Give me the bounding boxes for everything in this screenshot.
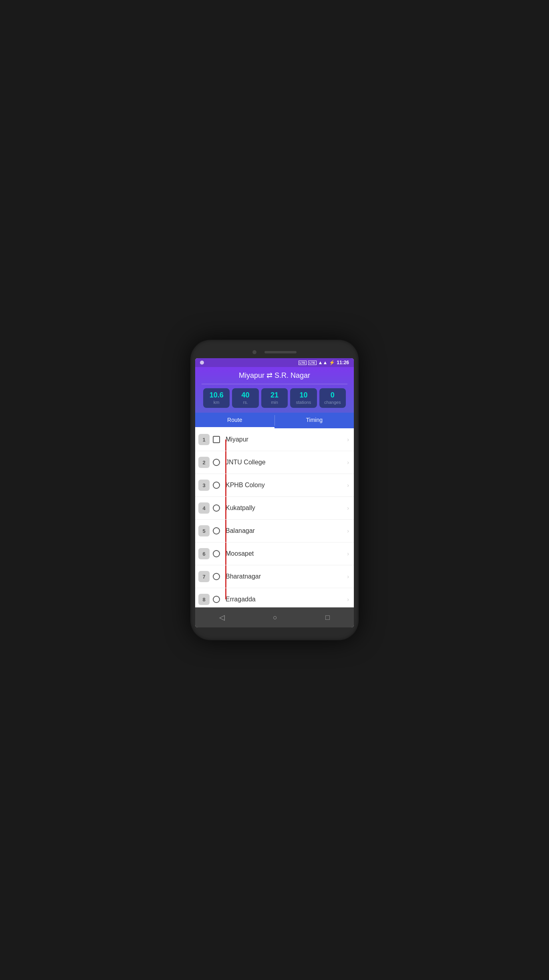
station-number: 2 [198,457,210,468]
recents-button[interactable]: □ [319,612,336,623]
chevron-right-icon: › [347,550,349,557]
station-dot-icon [213,459,220,466]
station-number: 1 [198,434,210,445]
tabs-row: Route Timing [195,413,354,428]
route-line-segment [225,497,226,519]
phone-top-bar [195,348,354,358]
home-button[interactable]: ○ [266,612,284,623]
stat-card-3: 10stations [290,388,317,408]
station-dot-icon [213,482,220,489]
station-name-label: Kukatpally [226,504,347,512]
route-title: Miyapur ⇄ S.R. Nagar [202,371,347,384]
lte-icon-1: LTE [299,361,307,365]
station-name-label: Erragadda [226,596,347,603]
chevron-right-icon: › [347,505,349,511]
route-line-segment [225,542,226,565]
station-number: 3 [198,480,210,491]
station-number: 8 [198,594,210,605]
stat-card-0: 10.6km [203,388,230,408]
app-header: Miyapur ⇄ S.R. Nagar 10.6km40rs.21min10s… [195,367,354,413]
tab-timing[interactable]: Timing [275,413,354,428]
stat-value-4: 0 [321,391,344,399]
route-line-segment [225,474,226,496]
stat-card-1: 40rs. [232,388,258,408]
stat-label-3: stations [292,400,315,405]
lte-icon-2: LTE [308,361,317,365]
station-row[interactable]: 8Erragadda› [195,588,354,607]
tab-route[interactable]: Route [195,413,274,428]
station-number: 6 [198,548,210,559]
route-line-segment [225,565,226,588]
chevron-right-icon: › [347,459,349,466]
camera [252,350,256,354]
stat-label-2: min [263,400,286,405]
station-number: 5 [198,525,210,536]
battery-icon: ⚡ [329,360,335,365]
route-line-segment [225,520,226,542]
station-dot-icon [213,550,220,557]
station-dot-icon [213,527,220,534]
stat-value-1: 40 [234,391,257,399]
chevron-right-icon: › [347,482,349,488]
station-row[interactable]: 1Miyapur› [195,428,354,451]
station-row[interactable]: 7Bharatnagar› [195,565,354,588]
station-dot-icon [213,573,220,580]
stat-label-4: changes [321,400,344,405]
speaker [264,351,297,353]
back-button[interactable]: ◁ [213,611,231,623]
chevron-right-icon: › [347,528,349,534]
phone-screen: LTE LTE ▲▲ ⚡ 11:26 Miyapur ⇄ S.R. Nagar … [195,358,354,627]
phone-bottom-bar [195,627,354,632]
stat-card-4: 0changes [319,388,346,408]
status-right: LTE LTE ▲▲ ⚡ 11:26 [299,360,349,365]
stat-value-2: 21 [263,391,286,399]
station-name-label: Bharatnagar [226,573,347,580]
phone-frame: LTE LTE ▲▲ ⚡ 11:26 Miyapur ⇄ S.R. Nagar … [190,340,359,640]
station-number: 4 [198,502,210,514]
status-bar: LTE LTE ▲▲ ⚡ 11:26 [195,358,354,367]
route-line-segment [225,440,226,451]
stat-label-0: km [205,400,228,405]
station-row[interactable]: 5Balanagar› [195,520,354,542]
route-line-segment [225,451,226,474]
time-display: 11:26 [337,360,349,365]
station-name-label: KPHB Colony [226,482,347,489]
station-row[interactable]: 4Kukatpally› [195,497,354,520]
station-dot-icon [213,504,220,512]
station-row[interactable]: 3KPHB Colony› [195,474,354,497]
stat-card-2: 21min [261,388,288,408]
station-dot-icon [213,596,220,603]
station-name-label: Miyapur [226,436,347,443]
chevron-right-icon: › [347,436,349,443]
stat-label-1: rs. [234,400,257,405]
stations-list: 1Miyapur›2JNTU College›3KPHB Colony›4Kuk… [195,428,354,607]
station-dot-icon [213,436,220,443]
bottom-nav: ◁ ○ □ [195,607,354,627]
station-name-label: Balanagar [226,527,347,534]
chevron-right-icon: › [347,573,349,580]
stat-value-0: 10.6 [205,391,228,399]
station-name-label: Moosapet [226,550,347,557]
status-left [200,361,204,365]
station-row[interactable]: 6Moosapet› [195,542,354,565]
station-row[interactable]: 2JNTU College› [195,451,354,474]
route-line-segment [225,588,226,599]
station-name-label: JNTU College [226,459,347,466]
stat-value-3: 10 [292,391,315,399]
signal-icon: ▲▲ [318,360,328,365]
chevron-right-icon: › [347,596,349,603]
station-number: 7 [198,571,210,582]
stats-row: 10.6km40rs.21min10stations0changes [202,384,347,413]
status-dot-icon [200,361,204,365]
